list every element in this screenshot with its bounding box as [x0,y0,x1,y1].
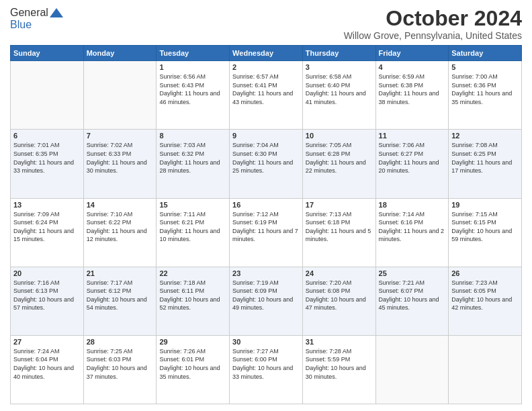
table-row: 15Sunrise: 7:11 AMSunset: 6:21 PMDayligh… [157,198,230,267]
day-info: Sunrise: 7:27 AMSunset: 6:00 PMDaylight:… [232,347,300,381]
day-info: Sunrise: 7:10 AMSunset: 6:22 PMDaylight:… [87,210,154,244]
day-number: 14 [87,201,154,209]
day-info: Sunrise: 7:01 AMSunset: 6:35 PMDaylight:… [13,141,81,175]
day-number: 25 [379,269,446,277]
col-thursday: Thursday [302,46,375,61]
day-number: 7 [87,132,154,140]
day-number: 6 [13,132,81,140]
day-number: 20 [13,269,81,277]
table-row: 25Sunrise: 7:21 AMSunset: 6:07 PMDayligh… [375,267,449,335]
day-info: Sunrise: 7:08 AMSunset: 6:25 PMDaylight:… [451,141,519,175]
day-info: Sunrise: 7:21 AMSunset: 6:07 PMDaylight:… [379,279,446,312]
table-row: 19Sunrise: 7:15 AMSunset: 6:15 PMDayligh… [449,198,522,267]
day-info: Sunrise: 7:25 AMSunset: 6:03 PMDaylight:… [87,347,154,381]
table-row [83,61,157,130]
day-number: 26 [451,269,519,277]
calendar-week-row: 20Sunrise: 7:16 AMSunset: 6:13 PMDayligh… [11,267,522,335]
day-number: 23 [232,269,300,277]
table-row: 18Sunrise: 7:14 AMSunset: 6:16 PMDayligh… [375,198,449,267]
col-saturday: Saturday [449,46,522,61]
day-number: 19 [451,201,519,209]
svg-marker-0 [50,8,63,17]
table-row: 13Sunrise: 7:09 AMSunset: 6:24 PMDayligh… [11,198,84,267]
day-info: Sunrise: 7:16 AMSunset: 6:13 PMDaylight:… [13,279,81,312]
day-info: Sunrise: 7:03 AMSunset: 6:32 PMDaylight:… [159,141,226,175]
location-title: Willow Grove, Pennsylvania, United State… [344,30,522,41]
table-row: 9Sunrise: 7:04 AMSunset: 6:30 PMDaylight… [230,130,303,198]
table-row [375,335,449,404]
day-info: Sunrise: 7:05 AMSunset: 6:28 PMDaylight:… [306,141,373,175]
logo-icon [50,8,63,17]
table-row: 17Sunrise: 7:13 AMSunset: 6:18 PMDayligh… [302,198,375,267]
day-info: Sunrise: 7:02 AMSunset: 6:33 PMDaylight:… [87,141,154,175]
calendar-week-row: 1Sunrise: 6:56 AMSunset: 6:43 PMDaylight… [11,61,522,130]
table-row: 7Sunrise: 7:02 AMSunset: 6:33 PMDaylight… [83,130,157,198]
day-info: Sunrise: 7:15 AMSunset: 6:15 PMDaylight:… [451,210,519,244]
day-number: 27 [13,338,81,346]
day-info: Sunrise: 7:04 AMSunset: 6:30 PMDaylight:… [232,141,300,175]
day-number: 30 [232,338,300,346]
day-number: 22 [159,269,226,277]
table-row: 4Sunrise: 6:59 AMSunset: 6:38 PMDaylight… [375,61,449,130]
col-tuesday: Tuesday [157,46,230,61]
day-number: 16 [232,201,300,209]
day-info: Sunrise: 7:00 AMSunset: 6:36 PMDaylight:… [451,73,519,106]
day-number: 18 [379,201,446,209]
calendar-header-row: Sunday Monday Tuesday Wednesday Thursday… [11,46,522,61]
day-info: Sunrise: 6:57 AMSunset: 6:41 PMDaylight:… [232,73,300,106]
title-block: October 2024 Willow Grove, Pennsylvania,… [344,7,522,41]
table-row: 8Sunrise: 7:03 AMSunset: 6:32 PMDaylight… [157,130,230,198]
table-row: 10Sunrise: 7:05 AMSunset: 6:28 PMDayligh… [302,130,375,198]
calendar-week-row: 13Sunrise: 7:09 AMSunset: 6:24 PMDayligh… [11,198,522,267]
logo: General Blue [10,7,63,31]
day-info: Sunrise: 7:12 AMSunset: 6:19 PMDaylight:… [232,210,300,244]
day-number: 9 [232,132,300,140]
day-info: Sunrise: 7:18 AMSunset: 6:11 PMDaylight:… [159,279,226,312]
table-row: 24Sunrise: 7:20 AMSunset: 6:08 PMDayligh… [302,267,375,335]
month-title: October 2024 [344,7,522,30]
col-wednesday: Wednesday [230,46,303,61]
day-info: Sunrise: 6:58 AMSunset: 6:40 PMDaylight:… [306,73,373,106]
day-info: Sunrise: 7:14 AMSunset: 6:16 PMDaylight:… [379,210,446,244]
day-number: 8 [159,132,226,140]
table-row: 27Sunrise: 7:24 AMSunset: 6:04 PMDayligh… [11,335,84,404]
day-number: 13 [13,201,81,209]
day-number: 12 [451,132,519,140]
table-row [449,335,522,404]
table-row: 11Sunrise: 7:06 AMSunset: 6:27 PMDayligh… [375,130,449,198]
day-info: Sunrise: 7:19 AMSunset: 6:09 PMDaylight:… [232,279,300,312]
table-row: 1Sunrise: 6:56 AMSunset: 6:43 PMDaylight… [157,61,230,130]
day-info: Sunrise: 7:24 AMSunset: 6:04 PMDaylight:… [13,347,81,381]
table-row: 28Sunrise: 7:25 AMSunset: 6:03 PMDayligh… [83,335,157,404]
table-row: 21Sunrise: 7:17 AMSunset: 6:12 PMDayligh… [83,267,157,335]
day-info: Sunrise: 7:23 AMSunset: 6:05 PMDaylight:… [451,279,519,312]
col-monday: Monday [83,46,157,61]
day-info: Sunrise: 7:06 AMSunset: 6:27 PMDaylight:… [379,141,446,175]
day-info: Sunrise: 7:28 AMSunset: 5:59 PMDaylight:… [306,347,373,381]
table-row: 12Sunrise: 7:08 AMSunset: 6:25 PMDayligh… [449,130,522,198]
day-number: 10 [306,132,373,140]
table-row: 26Sunrise: 7:23 AMSunset: 6:05 PMDayligh… [449,267,522,335]
day-info: Sunrise: 7:11 AMSunset: 6:21 PMDaylight:… [159,210,226,244]
table-row: 29Sunrise: 7:26 AMSunset: 6:01 PMDayligh… [157,335,230,404]
logo-general-text: General [10,7,48,19]
table-row: 30Sunrise: 7:27 AMSunset: 6:00 PMDayligh… [230,335,303,404]
table-row: 22Sunrise: 7:18 AMSunset: 6:11 PMDayligh… [157,267,230,335]
day-number: 31 [306,338,373,346]
calendar-table: Sunday Monday Tuesday Wednesday Thursday… [10,45,522,404]
day-number: 5 [451,63,519,71]
col-sunday: Sunday [11,46,84,61]
header: General Blue October 2024 Willow Grove, … [10,7,522,41]
table-row: 6Sunrise: 7:01 AMSunset: 6:35 PMDaylight… [11,130,84,198]
table-row: 5Sunrise: 7:00 AMSunset: 6:36 PMDaylight… [449,61,522,130]
day-info: Sunrise: 6:59 AMSunset: 6:38 PMDaylight:… [379,73,446,106]
table-row: 16Sunrise: 7:12 AMSunset: 6:19 PMDayligh… [230,198,303,267]
day-info: Sunrise: 7:26 AMSunset: 6:01 PMDaylight:… [159,347,226,381]
page: General Blue October 2024 Willow Grove, … [0,0,532,411]
calendar-week-row: 6Sunrise: 7:01 AMSunset: 6:35 PMDaylight… [11,130,522,198]
day-number: 11 [379,132,446,140]
day-number: 17 [306,201,373,209]
calendar-week-row: 27Sunrise: 7:24 AMSunset: 6:04 PMDayligh… [11,335,522,404]
day-number: 21 [87,269,154,277]
day-number: 1 [159,63,226,71]
